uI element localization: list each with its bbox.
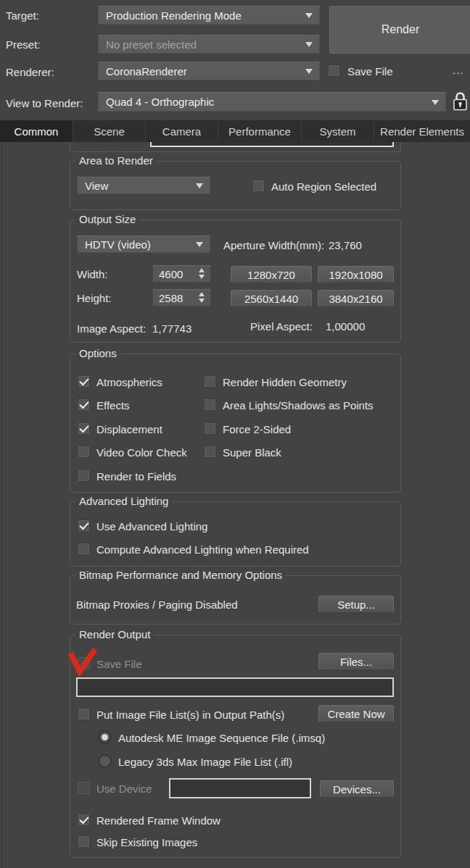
rendered-frame-window-checkbox[interactable] <box>78 814 90 826</box>
legacy-ifl-label: Legacy 3ds Max Image File List (.ifl) <box>118 756 292 768</box>
output-size-preset-dropdown[interactable]: HDTV (video) <box>77 235 210 253</box>
compute-advanced-lighting-label: Compute Advanced Lighting when Required <box>96 543 309 556</box>
force-2-sided-checkbox[interactable] <box>204 422 216 435</box>
use-advanced-lighting-checkbox[interactable] <box>78 519 90 532</box>
render-button[interactable]: Render <box>329 6 470 54</box>
atmospherics-label: Atmospherics <box>96 376 162 388</box>
rendered-frame-window-label: Rendered Frame Window <box>96 814 220 827</box>
force-2-sided-label: Force 2-Sided <box>223 423 291 435</box>
autodesk-imsq-radio[interactable] <box>98 730 112 744</box>
atmospherics-checkbox[interactable] <box>78 375 90 388</box>
use-advanced-lighting-label: Use Advanced Lighting <box>96 520 207 533</box>
section-title: Output Size <box>75 213 139 225</box>
area-to-render-dropdown[interactable]: View <box>77 177 210 194</box>
render-hidden-geometry-label: Render Hidden Geometry <box>223 376 347 388</box>
legacy-ifl-radio[interactable] <box>98 754 112 768</box>
tab-system[interactable]: System <box>301 120 374 142</box>
skip-existing-images-checkbox[interactable] <box>78 835 90 848</box>
height-spinner[interactable]: 2588 <box>152 289 211 306</box>
aperture-width-label: Aperture Width(mm): <box>223 239 324 251</box>
skip-existing-images-label: Skip Existing Images <box>96 836 197 848</box>
view-to-render-dropdown-value: Quad 4 - Orthographic <box>106 96 214 108</box>
render-hidden-geometry-checkbox[interactable] <box>204 375 216 388</box>
height-label: Height: <box>77 292 112 304</box>
super-black-checkbox[interactable] <box>204 446 216 458</box>
devices-button[interactable]: Devices... <box>320 780 394 798</box>
image-aspect-value: 1,77743 <box>152 322 191 335</box>
view-to-render-dropdown[interactable]: Quad 4 - Orthographic <box>98 92 446 112</box>
width-spinner[interactable]: 4600 <box>152 265 211 283</box>
red-annotation-checkmark <box>67 646 98 679</box>
section-advanced-lighting: Advanced Lighting Use Advanced Lighting … <box>70 501 401 567</box>
section-title: Bitmap Performance and Memory Options <box>75 569 286 581</box>
put-image-file-list-checkbox[interactable] <box>78 708 90 720</box>
tab-render-elements[interactable]: Render Elements <box>374 120 470 142</box>
aperture-width-value: 23,760 <box>329 239 362 251</box>
super-black-label: Super Black <box>223 446 281 459</box>
area-dropdown-value: View <box>85 180 108 192</box>
save-file-output-label: Save File <box>96 658 142 670</box>
chevron-down-icon <box>196 242 203 247</box>
preset-1280x720-button[interactable]: 1280x720 <box>231 266 312 283</box>
spinner-arrows-icon[interactable] <box>199 268 205 279</box>
output-preset-value: HDTV (video) <box>85 238 151 251</box>
image-aspect-label: Image Aspect: <box>77 322 146 335</box>
check-icon <box>79 376 88 386</box>
chevron-down-icon <box>432 100 439 105</box>
section-title: Render Output <box>75 628 154 640</box>
bitmap-proxies-status: Bitmap Proxies / Paging Disabled <box>76 598 238 611</box>
panel-left-edge <box>1 142 2 868</box>
preset-3840x2160-button[interactable]: 3840x2160 <box>318 290 394 307</box>
check-icon <box>79 423 88 433</box>
create-now-button[interactable]: Create Now <box>318 705 394 722</box>
width-label: Width: <box>77 268 108 280</box>
section-area-to-render: Area to Render View Auto Region Selected <box>70 161 401 210</box>
tab-common[interactable]: Common <box>0 120 73 142</box>
auto-region-checkbox[interactable] <box>252 180 265 192</box>
radio-dot-icon <box>102 734 108 740</box>
section-bitmap-performance: Bitmap Performance and Memory Options Bi… <box>70 575 401 625</box>
chevron-down-icon <box>305 42 313 47</box>
chevron-down-icon <box>305 13 313 18</box>
save-file-checkbox[interactable] <box>328 64 340 77</box>
compute-advanced-lighting-checkbox[interactable] <box>78 543 90 555</box>
target-dropdown[interactable]: Production Rendering Mode <box>98 6 320 25</box>
files-button[interactable]: Files... <box>318 653 394 670</box>
renderer-label: Renderer: <box>6 66 54 78</box>
displacement-checkbox[interactable] <box>78 422 90 435</box>
use-device-checkbox[interactable] <box>78 782 90 794</box>
target-dropdown-value: Production Rendering Mode <box>106 9 242 22</box>
section-output-size: Output Size HDTV (video) Aperture Width(… <box>70 220 401 343</box>
device-field[interactable] <box>169 778 311 798</box>
tab-camera[interactable]: Camera <box>145 120 218 142</box>
effects-label: Effects <box>96 399 130 412</box>
view-to-render-label: View to Render: <box>6 97 83 109</box>
effects-checkbox[interactable] <box>78 398 90 411</box>
target-label: Target: <box>6 9 39 22</box>
section-render-output: Render Output Save File Files... Put Ima… <box>70 635 401 858</box>
render-to-fields-checkbox[interactable] <box>78 470 90 482</box>
auto-region-label: Auto Region Selected <box>271 180 376 193</box>
lock-icon[interactable] <box>453 91 468 114</box>
chevron-down-icon <box>305 69 313 74</box>
preset-1920x1080-button[interactable]: 1920x1080 <box>318 266 394 283</box>
check-icon <box>79 399 88 409</box>
height-value: 2588 <box>159 292 183 304</box>
renderer-dropdown[interactable]: CoronaRenderer <box>98 62 320 80</box>
spinner-arrows-icon[interactable] <box>199 292 205 303</box>
tab-performance[interactable]: Performance <box>218 120 301 142</box>
width-value: 4600 <box>159 268 183 280</box>
output-path-field[interactable] <box>76 677 394 697</box>
preset-2560x1440-button[interactable]: 2560x1440 <box>231 290 312 307</box>
video-color-check-checkbox[interactable] <box>78 446 90 458</box>
preset-dropdown-value: No preset selected <box>106 38 197 51</box>
section-title: Area to Render <box>75 154 157 167</box>
preset-label: Preset: <box>6 38 41 51</box>
area-lights-checkbox[interactable] <box>204 398 216 411</box>
chevron-down-icon <box>196 183 203 188</box>
setup-button[interactable]: Setup... <box>318 596 394 613</box>
tab-scene[interactable]: Scene <box>73 120 145 142</box>
more-options-button[interactable]: ... <box>453 64 464 76</box>
pixel-aspect-label: Pixel Aspect: <box>250 320 313 333</box>
preset-dropdown[interactable]: No preset selected <box>98 35 320 54</box>
